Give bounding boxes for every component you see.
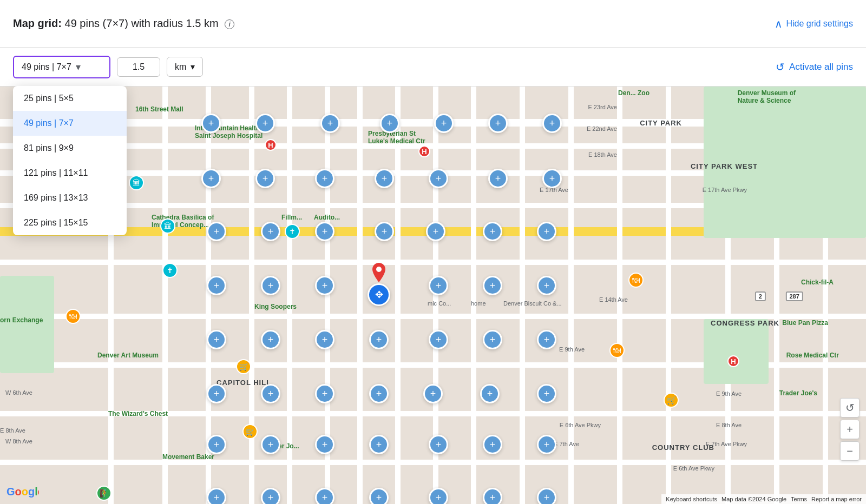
poi-shop1[interactable]: 🛒 — [236, 359, 251, 374]
pin-3-7[interactable]: + — [537, 222, 556, 241]
pin-1-7[interactable]: + — [542, 114, 562, 133]
pin-5-2[interactable]: + — [261, 330, 280, 349]
pin-2-1[interactable]: + — [201, 169, 221, 188]
pin-8-3[interactable]: + — [315, 488, 334, 504]
poi-cc-marker[interactable]: 🏛 — [129, 175, 144, 190]
map-rotate-button[interactable]: ↺ — [840, 398, 860, 417]
pin-7-3[interactable]: + — [315, 435, 334, 454]
poi-cathedral[interactable]: ✝ — [162, 263, 178, 278]
pin-3-5[interactable]: + — [426, 222, 445, 241]
hospital-marker-3: H — [727, 355, 739, 367]
pin-3-2[interactable]: + — [261, 222, 280, 241]
pin-1-1[interactable]: + — [201, 114, 221, 133]
pin-4-1[interactable]: + — [207, 276, 226, 295]
pin-4-3[interactable]: + — [315, 276, 334, 295]
poi-food1[interactable]: 🍽 — [65, 309, 81, 324]
pin-2-7[interactable]: + — [542, 169, 562, 188]
dropdown-item-169[interactable]: 169 pins | 13×13 — [13, 185, 127, 210]
pin-selector[interactable]: 49 pins | 7×7 ▾ — [13, 56, 110, 78]
hide-grid-button[interactable]: ∧ Hide grid settings — [775, 17, 853, 30]
poi-shop3[interactable]: 🛒 — [664, 393, 679, 408]
pin-6-4[interactable]: + — [369, 384, 389, 403]
dropdown-item-225[interactable]: 225 pins | 15×15 — [13, 210, 127, 235]
pin-3-3[interactable]: + — [315, 222, 334, 241]
dropdown-item-25[interactable]: 25 pins | 5×5 — [13, 86, 127, 111]
google-logo: Google — [6, 486, 39, 498]
pin-8-1[interactable]: + — [207, 488, 226, 504]
pin-4-6[interactable]: + — [483, 276, 502, 295]
info-icon[interactable]: i — [225, 19, 234, 29]
poi-food3[interactable]: 🍽 — [609, 343, 625, 358]
keyboard-shortcuts[interactable]: Keyboard shortcuts — [666, 496, 717, 502]
map-container[interactable]: CITY PARK CITY PARK WEST CONGRESS PARK C… — [0, 87, 866, 504]
poi-food2[interactable]: 🍽 — [628, 273, 644, 288]
pin-1-6[interactable]: + — [488, 114, 508, 133]
dropdown-item-121[interactable]: 121 pins | 11×11 — [13, 161, 127, 185]
pin-7-1[interactable]: + — [207, 435, 226, 454]
refresh-icon: ↺ — [776, 61, 785, 74]
pin-8-2[interactable]: + — [261, 488, 280, 504]
pin-8-4[interactable]: + — [369, 488, 389, 504]
pin-3-4[interactable]: + — [375, 222, 394, 241]
map-zoom-in-button[interactable]: + — [840, 420, 860, 439]
pin-6-2[interactable]: + — [261, 384, 280, 403]
pin-5-6[interactable]: + — [483, 330, 502, 349]
poi-shop2[interactable]: 🛒 — [242, 424, 258, 439]
pin-5-5[interactable]: + — [429, 330, 448, 349]
activate-all-button[interactable]: ↺ Activate all pins — [776, 61, 853, 74]
pin-2-2[interactable]: + — [255, 169, 275, 188]
pin-2-6[interactable]: + — [488, 169, 508, 188]
pin-8-6[interactable]: + — [483, 488, 502, 504]
terms-link[interactable]: Terms — [791, 496, 807, 502]
pin-5-3[interactable]: + — [315, 330, 334, 349]
pin-4-2[interactable]: + — [261, 276, 280, 295]
poi-co-center[interactable]: 🏛 — [160, 218, 175, 234]
road-287-badge: 287 — [785, 291, 803, 301]
poi-church[interactable]: ✝ — [285, 224, 300, 239]
pin-6-7[interactable]: + — [537, 384, 556, 403]
pin-2-4[interactable]: + — [375, 169, 394, 188]
street-v13 — [617, 87, 622, 504]
pin-7-6[interactable]: + — [483, 435, 502, 454]
unit-chevron-icon: ▾ — [191, 62, 195, 72]
radius-input[interactable] — [117, 57, 160, 77]
pin-6-3[interactable]: + — [315, 384, 334, 403]
map-zoom-out-button[interactable]: − — [840, 441, 860, 461]
pin-4-7[interactable]: + — [537, 276, 556, 295]
dropdown-item-81[interactable]: 81 pins | 9×9 — [13, 136, 127, 161]
street-v14 — [666, 87, 671, 504]
pin-6-5[interactable]: + — [423, 384, 443, 403]
pin-7-4[interactable]: + — [369, 435, 389, 454]
pin-1-2[interactable]: + — [255, 114, 275, 133]
pin-2-5[interactable]: + — [429, 169, 448, 188]
red-location-marker[interactable] — [372, 263, 385, 282]
report-error-link[interactable]: Report a map error — [811, 496, 862, 502]
street-v4 — [249, 87, 254, 504]
pin-7-5[interactable]: + — [429, 435, 448, 454]
pin-1-4[interactable]: + — [380, 114, 399, 133]
pin-1-5[interactable]: + — [434, 114, 454, 133]
pin-3-1[interactable]: + — [207, 222, 226, 241]
pin-5-1[interactable]: + — [207, 330, 226, 349]
unit-selector[interactable]: km ▾ — [167, 57, 203, 77]
pin-6-1[interactable]: + — [207, 384, 226, 403]
pin-4-5[interactable]: + — [429, 276, 448, 295]
pin-5-7[interactable]: + — [537, 330, 556, 349]
poi-movement[interactable]: 🧗 — [96, 486, 111, 501]
unit-value: km — [175, 62, 186, 72]
pin-8-7[interactable]: + — [537, 488, 556, 504]
pin-2-3[interactable]: + — [315, 169, 334, 188]
pin-5-4[interactable]: + — [369, 330, 389, 349]
pin-1-3[interactable]: + — [320, 114, 340, 133]
pin-3-6[interactable]: + — [483, 222, 502, 241]
pin-7-7[interactable]: + — [537, 435, 556, 454]
svg-text:Google: Google — [6, 486, 39, 498]
map-controls: ↺ + − — [840, 398, 860, 461]
pin-8-5[interactable]: + — [429, 488, 448, 504]
road-2-badge: 2 — [755, 291, 766, 301]
dropdown-item-49[interactable]: 49 pins | 7×7 — [13, 111, 127, 136]
pin-center[interactable]: ✥ — [368, 283, 390, 306]
pin-7-2[interactable]: + — [261, 435, 280, 454]
map-footer: Keyboard shortcuts Map data ©2024 Google… — [661, 494, 866, 504]
pin-6-6[interactable]: + — [480, 384, 500, 403]
